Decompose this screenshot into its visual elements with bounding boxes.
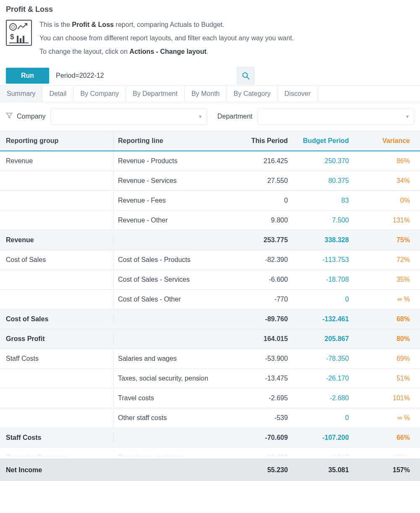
cell-group bbox=[0, 393, 113, 403]
net-variance: 157% bbox=[353, 461, 414, 479]
department-filter-label: Department bbox=[217, 113, 252, 120]
cell-budget: -7.917 bbox=[292, 449, 353, 459]
table-row[interactable]: Taxes, social security, pension-13.475-2… bbox=[0, 369, 420, 389]
cell-variance: 75% bbox=[353, 231, 414, 249]
cell-this-period: -770 bbox=[231, 291, 292, 308]
table-row[interactable]: Revenue - Other9.8007.500131% bbox=[0, 211, 420, 230]
tab-by-department[interactable]: By Department bbox=[126, 86, 185, 102]
cell-this-period: 9.800 bbox=[231, 212, 292, 229]
tab-discover[interactable]: Discover bbox=[278, 86, 318, 102]
col-this-period[interactable]: This Period bbox=[231, 132, 292, 150]
chevron-down-icon: ▾ bbox=[199, 114, 202, 119]
cell-line bbox=[113, 433, 231, 443]
cell-group bbox=[0, 275, 113, 285]
cell-budget: -113.753 bbox=[292, 251, 353, 269]
cell-group: Operating Expenses bbox=[0, 449, 113, 459]
report-icon: $ bbox=[6, 20, 32, 46]
cell-this-period: 216.425 bbox=[231, 152, 292, 170]
cell-group bbox=[0, 294, 113, 304]
cell-line: Revenue - Other bbox=[113, 212, 231, 229]
cell-line bbox=[113, 334, 231, 344]
cell-line: Revenue - Fees bbox=[113, 192, 231, 209]
cell-variance: 72% bbox=[353, 251, 414, 269]
tab-by-month[interactable]: By Month bbox=[185, 86, 227, 102]
cell-this-period: -6.600 bbox=[231, 271, 292, 288]
search-button[interactable] bbox=[237, 67, 255, 85]
cell-budget: 80.375 bbox=[292, 172, 353, 190]
net-income-row: Net Income 55.230 35.081 157% bbox=[0, 459, 420, 481]
cell-line: Rent, lease, and rates bbox=[113, 449, 231, 459]
cell-line bbox=[113, 314, 231, 324]
cell-variance: 34% bbox=[353, 172, 414, 190]
cell-group bbox=[0, 196, 113, 206]
subtotal-row[interactable]: Gross Profit164.015205.86780% bbox=[0, 329, 420, 349]
cell-line: Other staff costs bbox=[113, 409, 231, 427]
cell-group: Cost of Sales bbox=[0, 251, 113, 269]
cell-variance: ∞ % bbox=[353, 409, 414, 427]
search-icon bbox=[242, 72, 249, 79]
table-row[interactable]: Cost of Sales - Services-6.600-18.70835% bbox=[0, 270, 420, 290]
table-header-row: Reporting group Reporting line This Peri… bbox=[0, 131, 420, 151]
table-row[interactable]: Revenue - Services27.55080.37534% bbox=[0, 171, 420, 191]
filter-icon bbox=[6, 112, 13, 121]
cell-budget: -26.170 bbox=[292, 370, 353, 387]
period-filter-text[interactable]: Period=2022-12 bbox=[56, 72, 104, 79]
cell-variance: 132% bbox=[353, 449, 414, 459]
cell-budget: 0 bbox=[292, 291, 353, 308]
table-row[interactable]: Other staff costs-5390∞ % bbox=[0, 408, 420, 428]
run-button[interactable]: Run bbox=[6, 68, 49, 84]
table-row[interactable]: Operating ExpensesRent, lease, and rates… bbox=[0, 448, 420, 459]
tab-by-company[interactable]: By Company bbox=[74, 86, 126, 102]
intro-text: This is the Profit & Loss report, compar… bbox=[39, 20, 294, 60]
net-budget-period: 35.081 bbox=[292, 461, 353, 479]
col-variance[interactable]: Variance bbox=[353, 132, 414, 150]
table-row[interactable]: Cost of SalesCost of Sales - Products-82… bbox=[0, 250, 420, 270]
cell-budget: 83 bbox=[292, 192, 353, 209]
cell-budget: 338.328 bbox=[292, 231, 353, 249]
cell-variance: 0% bbox=[353, 192, 414, 209]
svg-line-1 bbox=[247, 77, 249, 79]
cell-variance: 66% bbox=[353, 429, 414, 447]
tab-by-category[interactable]: By Category bbox=[227, 86, 278, 102]
department-filter-dropdown[interactable]: ▾ bbox=[257, 108, 414, 125]
cell-variance: 51% bbox=[353, 370, 414, 387]
cell-this-period: 253.775 bbox=[231, 231, 292, 249]
col-reporting-group[interactable]: Reporting group bbox=[0, 132, 113, 150]
subtotal-row[interactable]: Revenue253.775338.32875% bbox=[0, 230, 420, 250]
cell-variance: 86% bbox=[353, 152, 414, 170]
cell-group: Revenue bbox=[0, 231, 113, 249]
cell-budget: 205.867 bbox=[292, 330, 353, 348]
cell-this-period: 164.015 bbox=[231, 330, 292, 348]
company-filter-dropdown[interactable]: ▾ bbox=[50, 108, 207, 125]
cell-variance: 101% bbox=[353, 389, 414, 407]
cell-line: Cost of Sales - Services bbox=[113, 271, 231, 288]
net-this-period: 55.230 bbox=[231, 461, 292, 479]
cell-variance: 68% bbox=[353, 310, 414, 328]
subtotal-row[interactable]: Staff Costs-70.609-107.20066% bbox=[0, 428, 420, 448]
table-row[interactable]: Travel costs-2.695-2.680101% bbox=[0, 389, 420, 408]
chevron-down-icon: ▾ bbox=[406, 114, 409, 119]
col-reporting-line[interactable]: Reporting line bbox=[113, 132, 231, 150]
table-row[interactable]: Staff CostsSalaries and wages-53.900-78.… bbox=[0, 349, 420, 369]
cell-group bbox=[0, 413, 113, 423]
table-row[interactable]: Revenue - Fees0830% bbox=[0, 191, 420, 211]
col-budget-period[interactable]: Budget Period bbox=[292, 132, 353, 150]
cell-this-period: -89.760 bbox=[231, 310, 292, 328]
cell-variance: ∞ % bbox=[353, 291, 414, 308]
svg-marker-2 bbox=[6, 113, 12, 118]
cell-budget: -107.200 bbox=[292, 429, 353, 447]
cell-line: Taxes, social security, pension bbox=[113, 370, 231, 387]
cell-line: Cost of Sales - Other bbox=[113, 291, 231, 308]
cell-this-period: -53.900 bbox=[231, 350, 292, 368]
cell-this-period: 27.550 bbox=[231, 172, 292, 190]
cell-this-period: -10.450 bbox=[231, 449, 292, 459]
cell-this-period: -2.695 bbox=[231, 389, 292, 407]
company-filter-label: Company bbox=[17, 113, 45, 120]
cell-variance: 35% bbox=[353, 271, 414, 288]
cell-line: Revenue - Products bbox=[113, 152, 231, 170]
tab-detail[interactable]: Detail bbox=[42, 86, 74, 102]
subtotal-row[interactable]: Cost of Sales-89.760-132.46168% bbox=[0, 309, 420, 329]
table-row[interactable]: RevenueRevenue - Products216.425250.3708… bbox=[0, 151, 420, 171]
table-row[interactable]: Cost of Sales - Other-7700∞ % bbox=[0, 290, 420, 309]
tab-summary[interactable]: Summary bbox=[0, 86, 42, 102]
